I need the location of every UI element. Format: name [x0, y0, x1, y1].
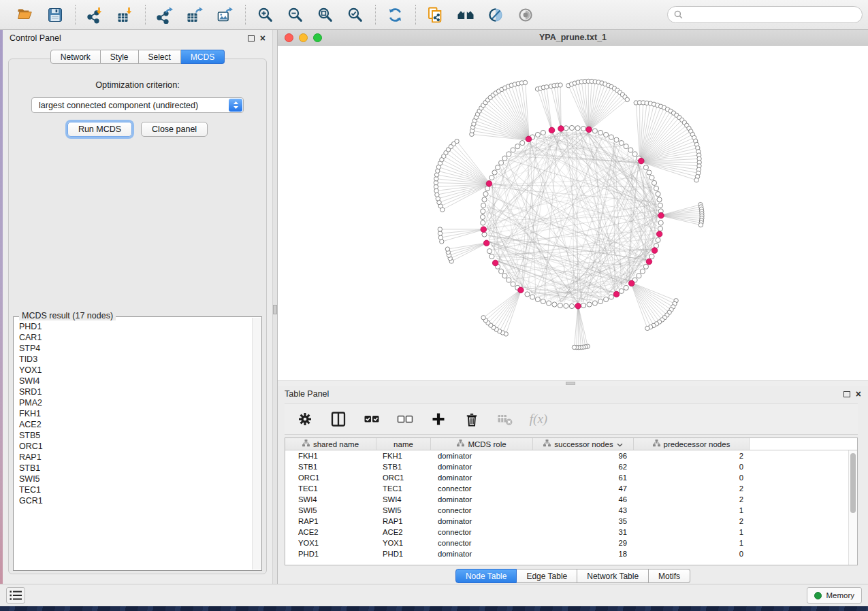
float-panel-icon[interactable]	[843, 391, 850, 397]
table-cell[interactable]: STB1	[376, 463, 431, 471]
show-hidden-icon[interactable]	[516, 5, 535, 24]
table-cell[interactable]: YOX1	[376, 539, 431, 547]
table-row[interactable]: FKH1FKH1dominator962	[285, 450, 857, 461]
mcds-result-node[interactable]: PMA2	[19, 397, 251, 408]
mcds-result-node[interactable]: FKH1	[19, 408, 251, 419]
mcds-result-node[interactable]: ORC1	[19, 441, 251, 452]
table-cell[interactable]: SWI5	[285, 506, 376, 514]
mcds-result-list[interactable]: PHD1CAR1STP4TID3YOX1SWI4SRD1PMA2FKH1ACE2…	[14, 321, 251, 569]
table-cell[interactable]: dominator	[431, 463, 533, 471]
tab-mcds[interactable]: MCDS	[181, 50, 225, 64]
horizontal-splitter[interactable]	[278, 380, 868, 386]
table-cell[interactable]: SWI4	[376, 495, 431, 503]
splitter-handle[interactable]	[566, 382, 575, 385]
window-close-icon[interactable]	[285, 33, 293, 42]
table-cell[interactable]: 43	[533, 506, 634, 514]
run-mcds-button[interactable]: Run MCDS	[67, 122, 132, 137]
table-cell[interactable]: FKH1	[285, 452, 376, 460]
table-cell[interactable]: 61	[533, 474, 634, 482]
table-cell[interactable]: 2	[634, 495, 750, 503]
optimization-criterion-select[interactable]: largest connected component (undirected)	[31, 97, 244, 113]
table-cell[interactable]: 35	[533, 517, 634, 525]
table-cell[interactable]: 1	[634, 528, 750, 536]
table-cell[interactable]: 1	[634, 539, 750, 547]
deselect-all-columns-icon[interactable]	[396, 410, 415, 429]
table-settings-gear-icon[interactable]	[295, 410, 315, 429]
table-scrollbar[interactable]	[848, 450, 857, 565]
column-header-shared-name[interactable]: shared name	[285, 438, 376, 450]
mcds-result-node[interactable]: SWI5	[19, 474, 251, 484]
tab-motifs[interactable]: Motifs	[649, 569, 690, 583]
clone-network-icon[interactable]	[426, 5, 445, 24]
table-row[interactable]: TEC1TEC1connector472	[285, 483, 857, 494]
table-cell[interactable]: STB1	[285, 463, 376, 471]
delete-column-icon[interactable]	[462, 410, 481, 429]
table-row[interactable]: SWI4SWI4dominator462	[285, 494, 857, 505]
tab-network[interactable]: Network	[50, 50, 101, 64]
mcds-result-node[interactable]: CAR1	[19, 332, 251, 343]
tab-select[interactable]: Select	[139, 50, 181, 64]
column-header-successor-nodes[interactable]: successor nodes	[533, 438, 634, 450]
zoom-out-icon[interactable]	[286, 5, 305, 24]
table-cell[interactable]: ACE2	[376, 528, 431, 536]
mcds-result-node[interactable]: TEC1	[19, 484, 251, 495]
table-cell[interactable]: 0	[634, 474, 750, 482]
table-cell[interactable]: SWI5	[376, 506, 431, 514]
table-row[interactable]: ACE2ACE2connector311	[285, 527, 857, 538]
table-cell[interactable]: RAP1	[376, 517, 431, 525]
table-cell[interactable]: 46	[533, 495, 634, 503]
column-header-name[interactable]: name	[376, 438, 431, 450]
import-network-icon[interactable]	[86, 5, 105, 24]
table-row[interactable]: RAP1RAP1dominator352	[285, 516, 857, 527]
splitter-handle[interactable]	[273, 305, 277, 314]
table-row[interactable]: SWI5SWI5connector431	[285, 505, 857, 516]
mcds-result-node[interactable]: ACE2	[19, 419, 251, 430]
network-view-canvas[interactable]	[278, 46, 868, 380]
add-column-icon[interactable]	[429, 410, 448, 429]
mcds-result-scrollbar[interactable]	[252, 318, 261, 569]
table-cell[interactable]: ORC1	[285, 474, 376, 482]
table-cell[interactable]: ACE2	[285, 528, 376, 536]
table-cell[interactable]: 2	[634, 452, 750, 460]
zoom-selected-icon[interactable]	[346, 5, 365, 24]
window-minimize-icon[interactable]	[299, 33, 308, 42]
memory-button[interactable]: Memory	[807, 587, 862, 604]
table-cell[interactable]: 31	[533, 528, 634, 536]
table-cell[interactable]: connector	[431, 484, 533, 493]
table-cell[interactable]: dominator	[431, 495, 533, 503]
network-search-icon[interactable]	[456, 5, 475, 24]
mcds-result-node[interactable]: SWI4	[19, 376, 251, 386]
table-cell[interactable]: connector	[431, 528, 533, 536]
table-cell[interactable]: dominator	[431, 550, 533, 558]
mcds-result-node[interactable]: SRD1	[19, 386, 251, 397]
table-cell[interactable]: 62	[533, 463, 634, 471]
mcds-result-node[interactable]: TID3	[19, 354, 251, 365]
table-cell[interactable]: 0	[634, 550, 750, 558]
zoom-fit-icon[interactable]	[316, 5, 335, 24]
table-cell[interactable]: connector	[431, 506, 533, 514]
table-cell[interactable]: 29	[533, 539, 634, 547]
table-cell[interactable]: dominator	[431, 517, 533, 525]
table-cell[interactable]: connector	[431, 539, 533, 547]
export-network-icon[interactable]	[156, 5, 175, 24]
table-cell[interactable]: dominator	[431, 452, 533, 460]
table-cell[interactable]: ORC1	[376, 474, 431, 482]
table-row[interactable]: STB1STB1dominator620	[285, 461, 857, 472]
mcds-result-node[interactable]: PHD1	[19, 321, 251, 332]
table-cell[interactable]: YOX1	[285, 539, 376, 547]
table-cell[interactable]: 2	[634, 517, 750, 525]
column-layout-icon[interactable]	[329, 410, 348, 429]
zoom-in-icon[interactable]	[256, 5, 275, 24]
mcds-result-node[interactable]: YOX1	[19, 365, 251, 376]
vertical-splitter[interactable]	[272, 30, 278, 584]
close-panel-icon[interactable]: ×	[856, 391, 861, 397]
table-cell[interactable]: dominator	[431, 474, 533, 482]
mcds-result-node[interactable]: RAP1	[19, 452, 251, 463]
window-zoom-icon[interactable]	[313, 33, 322, 42]
show-panel-list-button[interactable]	[6, 587, 25, 604]
table-cell[interactable]: 96	[533, 452, 634, 460]
network-window-titlebar[interactable]: YPA_prune.txt_1	[278, 30, 868, 46]
table-cell[interactable]: TEC1	[376, 484, 431, 493]
import-table-icon[interactable]	[116, 5, 135, 24]
mcds-result-node[interactable]: STB1	[19, 463, 251, 474]
